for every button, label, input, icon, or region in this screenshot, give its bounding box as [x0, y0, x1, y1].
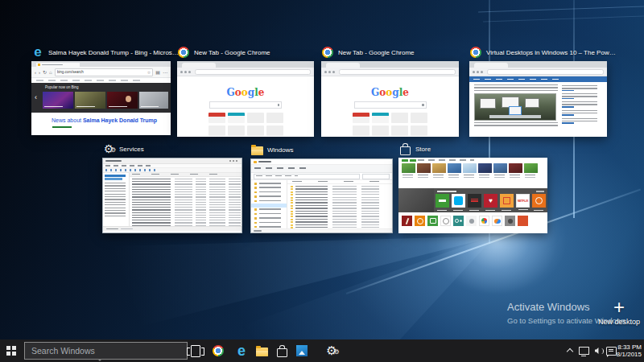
store-app-tile [427, 216, 438, 226]
task-thumbnail-explorer-windows[interactable]: Windows [250, 142, 393, 233]
tray-network-button[interactable] [578, 339, 590, 362]
tab-bar [31, 61, 171, 67]
browser-toolbar: ‹ › ↻ ⌂ bing.com/search ☆ ▤ ⋯ [31, 67, 171, 78]
task-thumbnail-chrome-article[interactable]: Virtual Desktops in Windows 10 – The Pow… [469, 45, 616, 137]
store-app-tile [505, 216, 515, 226]
thumbnail-title-row: New Tab - Google Chrome [177, 45, 314, 60]
taskbar-services-button[interactable]: ⚙⚙ [321, 339, 342, 362]
refresh-icon [188, 71, 191, 73]
google-search-box [354, 101, 427, 109]
chrome-icon [213, 345, 224, 356]
site-nav-bar [469, 76, 607, 82]
wallpaper-window-frame-line [478, 6, 644, 12]
network-icon [579, 347, 589, 355]
thumbnail-title: Virtual Desktops in Windows 10 – The Pow… [486, 49, 616, 56]
window-preview-chrome-newtab-1[interactable]: Google [177, 61, 314, 137]
thumbnail-title-row: Store [398, 142, 547, 156]
taskbar-file-explorer-button[interactable] [251, 339, 272, 362]
news-url-line [52, 126, 72, 128]
search-input[interactable] [24, 342, 188, 360]
table-rows [130, 177, 242, 226]
article-screenshot [474, 93, 556, 121]
extended-tab-bar [106, 228, 118, 230]
read-more-link [562, 114, 574, 116]
window-caption-buttons [229, 160, 239, 162]
back-icon [324, 71, 327, 73]
services-console-body [103, 173, 242, 226]
favorites-star-icon: ☆ [147, 70, 151, 75]
browser-tab [36, 63, 80, 67]
store-game-tile [448, 162, 461, 184]
task-thumbnail-store[interactable]: Store [398, 142, 547, 233]
address-bar [195, 69, 311, 75]
back-icon [180, 71, 183, 73]
window-preview-explorer[interactable] [250, 158, 393, 233]
taskbar-edge-button[interactable]: e [231, 339, 252, 362]
home-icon: ⌂ [49, 70, 52, 75]
store-app-tile: ♥ [484, 194, 497, 208]
taskbar-clock[interactable]: 8:33 PM 8/1/2015 [608, 339, 642, 362]
window-preview-store[interactable]: ♥ NETFLIX [398, 158, 547, 233]
explorer-body [251, 180, 392, 228]
window-preview-chrome-article[interactable] [469, 61, 607, 137]
store-games-row [398, 162, 547, 184]
store-app-tile [492, 216, 502, 226]
edge-icon: e [31, 46, 44, 59]
new-tab-page: Google [321, 88, 459, 137]
refresh-icon: ↻ [43, 70, 47, 75]
site-tile [353, 113, 369, 123]
thumbnail-title: Windows [267, 146, 293, 154]
store-bag-icon [277, 348, 287, 357]
store-app-tile [532, 194, 546, 208]
taskbar-photos-button[interactable] [291, 339, 312, 362]
window-preview-services[interactable] [102, 158, 242, 233]
services-gears-icon: ⚙⚙ [326, 344, 336, 357]
essential-apps-band: ♥ NETFLIX [398, 188, 547, 212]
item-count-bar [254, 230, 262, 232]
sidebar-item [562, 93, 604, 99]
site-tile [391, 113, 408, 123]
refresh-icon [481, 71, 483, 73]
tray-expand-button[interactable] [564, 339, 576, 362]
site-tile [411, 113, 427, 123]
browser-toolbar [177, 68, 314, 76]
store-app-tile [452, 194, 465, 208]
thumbnail-title: New Tab - Google Chrome [194, 49, 270, 56]
store-app-tile [415, 216, 425, 226]
task-thumbnail-chrome-newtab-1[interactable]: New Tab - Google Chrome Google [177, 45, 314, 137]
taskbar-store-button[interactable] [271, 339, 292, 362]
chrome-icon [321, 46, 334, 59]
folder-rows [287, 184, 392, 228]
window-preview-edge-bing[interactable]: ‹ › ↻ ⌂ bing.com/search ☆ ▤ ⋯ Popular no… [31, 61, 171, 135]
task-thumbnail-chrome-newtab-2[interactable]: New Tab - Google Chrome Google [321, 45, 459, 137]
store-app-tile [500, 194, 514, 208]
file-list [287, 180, 392, 228]
tray-volume-button[interactable] [592, 339, 604, 362]
titlebar-text-bar [258, 161, 271, 162]
new-desktop-button[interactable]: + New desktop [594, 298, 644, 326]
column-headers [287, 180, 392, 184]
start-button[interactable] [0, 339, 23, 362]
site-tile [247, 125, 264, 136]
store-game-tile [417, 162, 431, 184]
back-icon [473, 71, 475, 73]
chevron-up-icon [566, 348, 572, 355]
forward-icon [477, 71, 479, 73]
band-header-bar [437, 191, 456, 192]
task-thumbnail-edge-bing[interactable]: e Salma Hayek Donald Trump - Bing - Micr… [31, 45, 179, 135]
description-text-lines [105, 183, 126, 218]
window-preview-chrome-newtab-2[interactable]: Google [321, 61, 459, 137]
article-text-lines [474, 122, 558, 128]
task-view-button[interactable] [185, 339, 206, 362]
task-thumbnail-services[interactable]: ⚙⚙ Services [102, 142, 242, 233]
services-table [130, 173, 242, 226]
sidebar-item [562, 110, 604, 116]
thumbnail-title-row: Windows [250, 142, 393, 157]
browser-tab [182, 63, 216, 68]
carousel-card [75, 92, 105, 109]
wallpaper-window-frame-line [483, 16, 644, 23]
store-app-tile [436, 194, 449, 208]
taskbar-chrome-button[interactable] [208, 339, 229, 362]
carousel-card [139, 92, 168, 109]
bing-popular-carousel: Popular now on Bing ‹ [31, 83, 171, 113]
